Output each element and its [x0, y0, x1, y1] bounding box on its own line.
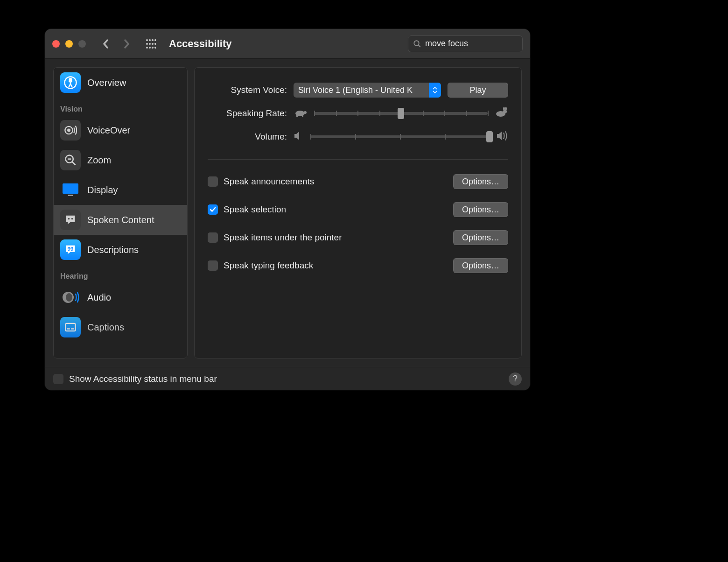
zoom-icon: [60, 150, 81, 170]
speak-pointer-checkbox[interactable]: [208, 232, 218, 243]
svg-point-6: [152, 43, 154, 45]
forward-button[interactable]: [119, 36, 134, 52]
system-voice-label: System Voice:: [208, 85, 287, 95]
sidebar-item-descriptions[interactable]: 99 Descriptions: [54, 235, 187, 265]
sidebar-item-overview[interactable]: Overview: [54, 68, 187, 98]
sidebar-item-label: Audio: [87, 292, 111, 303]
svg-point-16: [70, 78, 72, 81]
footer: Show Accessibility status in menu bar ?: [45, 367, 530, 390]
sidebar-item-audio[interactable]: Audio: [54, 282, 187, 312]
sidebar-item-display[interactable]: Display: [54, 175, 187, 205]
system-preferences-window: Accessibility Overview Vision Vo: [45, 29, 530, 390]
svg-point-18: [68, 129, 70, 132]
back-button[interactable]: [98, 36, 114, 52]
sidebar: Overview Vision VoiceOver Zoom Displa: [53, 67, 188, 358]
speak-selection-options-button[interactable]: Options…: [453, 202, 508, 217]
speak-typing-options-button[interactable]: Options…: [453, 258, 508, 273]
display-icon: [60, 180, 81, 200]
sidebar-item-label: Descriptions: [87, 245, 139, 255]
svg-rect-23: [68, 195, 73, 196]
window-traffic-lights: [52, 40, 86, 48]
system-voice-popup[interactable]: Siri Voice 1 (English - United K: [294, 83, 441, 98]
volume-slider[interactable]: [310, 130, 490, 144]
search-input[interactable]: [425, 39, 530, 49]
search-field[interactable]: [408, 35, 523, 52]
speak-typing-row: Speak typing feedback Options…: [208, 254, 508, 277]
svg-point-4: [146, 43, 148, 45]
svg-rect-34: [296, 115, 298, 117]
rabbit-icon: [494, 107, 508, 120]
speaking-rate-slider[interactable]: [314, 106, 488, 120]
close-window-button[interactable]: [52, 40, 60, 48]
speak-selection-label: Speak selection: [224, 204, 448, 215]
minimize-window-button[interactable]: [65, 40, 73, 48]
svg-point-0: [146, 39, 148, 41]
svg-point-9: [149, 47, 151, 49]
titlebar: Accessibility: [45, 29, 530, 59]
overview-icon: [60, 72, 81, 93]
help-button[interactable]: ?: [509, 372, 522, 386]
sidebar-item-spoken-content[interactable]: Spoken Content: [54, 205, 187, 235]
window-body: Overview Vision VoiceOver Zoom Displa: [45, 59, 530, 367]
sidebar-section-hearing: Hearing: [54, 265, 187, 282]
speaking-rate-label: Speaking Rate:: [208, 108, 287, 119]
svg-rect-22: [63, 183, 78, 194]
svg-rect-35: [302, 115, 303, 117]
svg-point-7: [154, 43, 156, 45]
speak-selection-checkbox[interactable]: [208, 204, 218, 215]
show-all-button[interactable]: [143, 36, 159, 52]
sidebar-item-captions[interactable]: Captions: [54, 312, 187, 342]
svg-rect-29: [66, 323, 76, 331]
svg-point-8: [146, 47, 148, 49]
svg-point-12: [414, 41, 419, 46]
speak-selection-row: Speak selection Options…: [208, 198, 508, 221]
speaking-rate-row: Speaking Rate:: [208, 104, 508, 123]
captions-icon: [60, 317, 81, 337]
svg-line-13: [418, 45, 420, 47]
speak-pointer-label: Speak items under the pointer: [224, 232, 448, 243]
svg-point-25: [71, 218, 73, 220]
svg-text:99: 99: [68, 246, 74, 252]
status-menubar-label: Show Accessibility status in menu bar: [69, 374, 217, 384]
sidebar-item-label: VoiceOver: [87, 125, 130, 136]
speak-pointer-options-button[interactable]: Options…: [453, 230, 508, 245]
sidebar-item-label: Captions: [87, 322, 124, 333]
svg-rect-30: [67, 328, 70, 329]
audio-icon: [60, 287, 81, 308]
svg-point-28: [66, 293, 72, 302]
svg-rect-31: [71, 328, 74, 329]
divider: [208, 159, 508, 160]
system-voice-row: System Voice: Siri Voice 1 (English - Un…: [208, 81, 508, 99]
voiceover-icon: [60, 120, 81, 140]
speak-typing-label: Speak typing feedback: [224, 260, 448, 271]
status-menubar-checkbox[interactable]: [53, 374, 63, 384]
search-icon: [413, 40, 421, 48]
volume-low-icon: [294, 131, 304, 143]
spoken-content-icon: [60, 210, 81, 230]
svg-point-5: [149, 43, 151, 45]
svg-point-11: [154, 47, 156, 49]
speak-typing-checkbox[interactable]: [208, 260, 218, 271]
speak-announcements-options-button[interactable]: Options…: [453, 174, 508, 189]
sidebar-item-voiceover[interactable]: VoiceOver: [54, 115, 187, 145]
sidebar-item-zoom[interactable]: Zoom: [54, 145, 187, 175]
play-button[interactable]: Play: [448, 83, 508, 98]
window-title: Accessibility: [169, 38, 232, 50]
svg-point-2: [152, 39, 154, 41]
svg-point-3: [154, 39, 156, 41]
sidebar-item-label: Overview: [87, 77, 126, 88]
zoom-window-button[interactable]: [78, 40, 86, 48]
svg-point-10: [152, 47, 154, 49]
speak-announcements-checkbox[interactable]: [208, 176, 218, 187]
popup-stepper-icon: [429, 83, 441, 98]
svg-point-1: [149, 39, 151, 41]
sidebar-item-label: Zoom: [87, 155, 111, 166]
volume-high-icon: [496, 131, 508, 143]
sidebar-item-label: Display: [87, 185, 118, 196]
speak-announcements-label: Speak announcements: [224, 176, 448, 187]
speak-pointer-row: Speak items under the pointer Options…: [208, 226, 508, 249]
volume-label: Volume:: [208, 132, 287, 142]
volume-row: Volume:: [208, 127, 508, 146]
svg-line-20: [72, 162, 76, 165]
sidebar-section-vision: Vision: [54, 98, 187, 115]
